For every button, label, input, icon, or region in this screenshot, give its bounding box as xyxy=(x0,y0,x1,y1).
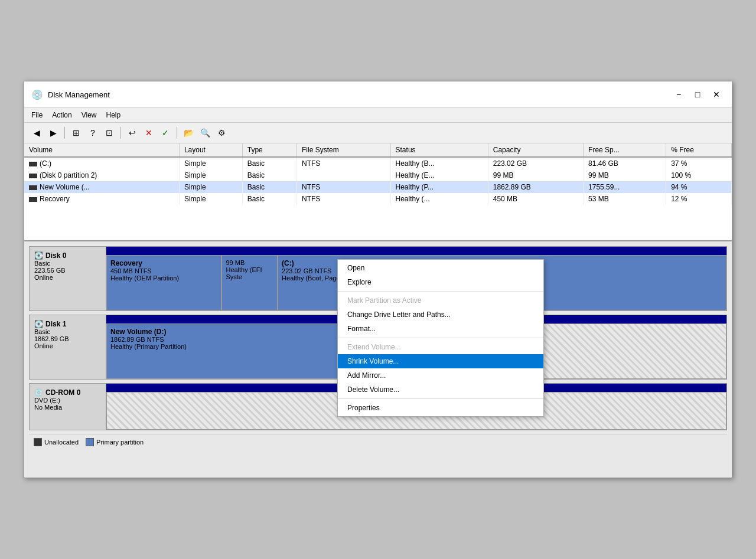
col-status: Status xyxy=(390,143,488,157)
ctx-shrink[interactable]: Shrink Volume... xyxy=(338,354,543,368)
table-row[interactable]: Recovery Simple Basic NTFS Healthy (... … xyxy=(24,193,732,205)
disk-0-size: 223.56 GB xyxy=(34,267,101,274)
ctx-explore[interactable]: Explore xyxy=(338,275,543,289)
properties-button[interactable]: ⊡ xyxy=(102,125,117,140)
disk-0-header-bar xyxy=(106,247,726,255)
menu-file[interactable]: File xyxy=(27,109,47,121)
col-layout: Layout xyxy=(179,143,242,157)
cell-pct: 94 % xyxy=(666,181,732,193)
ctx-add-mirror[interactable]: Add Mirror... xyxy=(338,368,543,383)
partition-status: Healthy (EFI Syste xyxy=(226,266,273,280)
cdrom-type: DVD (E:) xyxy=(34,397,101,404)
new-folder-button[interactable]: 📂 xyxy=(181,125,196,140)
toolbar-separator-3 xyxy=(177,127,177,139)
app-icon: 💿 xyxy=(31,89,43,100)
minimize-button[interactable]: − xyxy=(670,86,687,103)
ctx-properties[interactable]: Properties xyxy=(338,401,543,415)
undo-button[interactable]: ↩ xyxy=(125,125,140,140)
disk-1-status: Online xyxy=(34,342,101,349)
cell-volume: New Volume (... xyxy=(24,181,179,193)
partition-name: Recovery xyxy=(110,259,217,267)
cell-status: Healthy (... xyxy=(390,193,488,205)
disk-0-label: 💽 Disk 0 Basic 223.56 GB Online xyxy=(30,247,106,310)
table-row[interactable]: (C:) Simple Basic NTFS Healthy (B... 223… xyxy=(24,157,732,169)
legend-box-primary xyxy=(86,438,94,446)
cell-capacity: 1862.89 GB xyxy=(488,181,583,193)
disk-0-status: Online xyxy=(34,274,101,281)
window-title: Disk Management xyxy=(48,90,110,99)
commit-button[interactable]: ✓ xyxy=(158,125,173,140)
cell-capacity: 223.02 GB xyxy=(488,157,583,169)
forward-button[interactable]: ▶ xyxy=(45,125,61,140)
help-button[interactable]: ? xyxy=(85,125,100,140)
ctx-delete[interactable]: Delete Volume... xyxy=(338,383,543,397)
partition-size: 99 MB xyxy=(226,259,273,266)
disk-0-partition-recovery[interactable]: Recovery 450 MB NTFS Healthy (OEM Partit… xyxy=(106,255,221,310)
cell-layout: Simple xyxy=(179,193,242,205)
cdrom-icon: 💿 xyxy=(34,388,43,397)
ctx-change-drive[interactable]: Change Drive Letter and Paths... xyxy=(338,308,543,322)
cell-status: Healthy (B... xyxy=(390,157,488,169)
cell-status: Healthy (P... xyxy=(390,181,488,193)
settings-button[interactable]: ⚙ xyxy=(214,125,229,140)
partition-status: Healthy (OEM Partition) xyxy=(110,274,217,282)
toolbar: ◀ ▶ ⊞ ? ⊡ ↩ ✕ ✓ 📂 🔍 ⚙ xyxy=(24,123,732,143)
back-button[interactable]: ◀ xyxy=(29,125,44,140)
cdrom-name: 💿 CD-ROM 0 xyxy=(34,388,101,397)
context-menu: Open Explore Mark Partition as Active Ch… xyxy=(337,259,544,417)
col-type: Type xyxy=(242,143,296,157)
table-empty-space xyxy=(24,205,732,240)
table-row[interactable]: New Volume (... Simple Basic NTFS Health… xyxy=(24,181,732,193)
menu-help[interactable]: Help xyxy=(102,109,126,121)
col-volume: Volume xyxy=(24,143,179,157)
col-pctfree: % Free xyxy=(666,143,732,157)
partition-size: 450 MB NTFS xyxy=(110,267,217,274)
cell-type: Basic xyxy=(242,193,296,205)
maximize-button[interactable]: □ xyxy=(689,86,706,103)
disk-0-partition-efi[interactable]: 99 MB Healthy (EFI Syste xyxy=(221,255,278,310)
ctx-open[interactable]: Open xyxy=(338,261,543,275)
volume-table: Volume Layout Type File System Status Ca… xyxy=(24,143,732,205)
legend-label-primary: Primary partition xyxy=(96,439,144,446)
cdrom-status: No Media xyxy=(34,404,101,411)
disk-0-name: 💽 Disk 0 xyxy=(34,251,101,260)
toolbar-separator-2 xyxy=(120,127,121,139)
cell-pct: 37 % xyxy=(666,157,732,169)
title-bar-left: 💿 Disk Management xyxy=(31,89,110,100)
close-button[interactable]: ✕ xyxy=(708,86,725,103)
cell-capacity: 99 MB xyxy=(488,169,583,181)
find-button[interactable]: 🔍 xyxy=(197,125,213,140)
menu-action[interactable]: Action xyxy=(47,109,76,121)
ctx-sep-1 xyxy=(338,291,543,292)
window-controls: − □ ✕ xyxy=(670,86,725,103)
ctx-format[interactable]: Format... xyxy=(338,322,543,336)
menu-bar: File Action View Help xyxy=(24,108,732,123)
cell-volume: (Disk 0 partition 2) xyxy=(24,169,179,181)
col-capacity: Capacity xyxy=(488,143,583,157)
cell-volume: (C:) xyxy=(24,157,179,169)
table-row[interactable]: (Disk 0 partition 2) Simple Basic Health… xyxy=(24,169,732,181)
volume-icon xyxy=(29,162,37,166)
disk-icon: 💽 xyxy=(34,320,43,328)
disk-management-window: 💿 Disk Management − □ ✕ File Action View… xyxy=(24,81,732,478)
cell-fs: NTFS xyxy=(296,181,390,193)
menu-view[interactable]: View xyxy=(77,109,102,121)
disk-list-button[interactable]: ⊞ xyxy=(69,125,84,140)
volume-icon xyxy=(29,174,37,178)
disk-icon: 💽 xyxy=(34,251,43,260)
volume-icon xyxy=(29,185,37,190)
cell-pct: 12 % xyxy=(666,193,732,205)
cell-capacity: 450 MB xyxy=(488,193,583,205)
ctx-sep-3 xyxy=(338,398,543,399)
toolbar-separator-1 xyxy=(64,127,65,139)
cell-layout: Simple xyxy=(179,157,242,169)
cell-pct: 100 % xyxy=(666,169,732,181)
cell-free: 1755.59... xyxy=(584,181,666,193)
cell-layout: Simple xyxy=(179,169,242,181)
cell-type: Basic xyxy=(242,169,296,181)
cell-status: Healthy (E... xyxy=(390,169,488,181)
cancel-button[interactable]: ✕ xyxy=(141,125,157,140)
cell-free: 81.46 GB xyxy=(584,157,666,169)
legend-unallocated: Unallocated xyxy=(34,438,79,446)
col-filesystem: File System xyxy=(296,143,390,157)
